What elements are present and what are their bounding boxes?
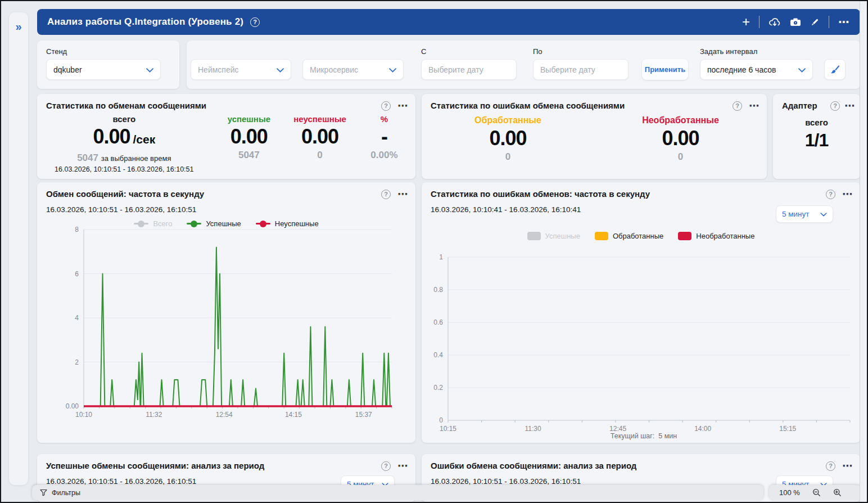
line-chart-error-rate[interactable]: 10.80.60.40.2010:1511:3012:4514:0015:15	[433, 245, 855, 437]
legend-item[interactable]: Необработанные	[678, 232, 754, 240]
more-options-icon[interactable]: ⋯	[844, 101, 855, 111]
stat-total: всего 0.00/сек 5047 за выбранное время 1…	[37, 114, 211, 173]
card-title: Успешные обмены сообщениями: анализ за п…	[46, 461, 264, 470]
zoom-level: 100 %	[779, 488, 800, 497]
dashboard-help-icon[interactable]: ?	[250, 17, 260, 27]
microservice-select[interactable]: Микросервис	[302, 59, 404, 80]
legend-item[interactable]: Обработанные	[595, 232, 663, 240]
chart-period: 16.03.2026, 10:10:41 - 16.03.2026, 16:10…	[431, 205, 581, 214]
line-chart-exchange-rate[interactable]: 86420.0010:1011:3212:5414:1515:37	[48, 226, 403, 429]
stat-subvalue: 5047 за выбранное время	[37, 152, 211, 164]
help-icon[interactable]: ?	[381, 190, 391, 199]
interval-value: последние 6 часов	[707, 65, 776, 74]
step-select[interactable]: 5 минут	[776, 205, 833, 223]
stat-success: успешные 0.00 5047	[211, 114, 287, 173]
more-options-icon[interactable]: ⋯	[397, 101, 408, 111]
vertical-scrollbar[interactable]	[860, 1, 867, 502]
microservice-placeholder: Микросервис	[310, 65, 358, 74]
svg-text:15:15: 15:15	[779, 425, 796, 433]
card-title: Ошибки обмена сообщениями: анализ за пер…	[431, 461, 636, 470]
more-options-icon[interactable]: ⋯	[842, 461, 852, 471]
more-options-icon[interactable]: ⋯	[397, 461, 408, 471]
dashboard-header: Анализ работы Q.Integration (Уровень 2) …	[37, 9, 860, 35]
svg-text:10:15: 10:15	[440, 425, 456, 433]
more-options-icon[interactable]: ⋯	[397, 189, 408, 199]
more-options-icon[interactable]: ⋯	[749, 101, 759, 111]
zoom-in-icon[interactable]	[833, 488, 842, 497]
stat-header: успешные	[211, 114, 287, 124]
chart-legend: Успешные Обработанные Необработанные	[422, 232, 860, 240]
funnel-icon	[40, 489, 47, 496]
chevron-down-icon	[798, 65, 806, 74]
help-icon[interactable]: ?	[733, 101, 742, 111]
namespace-placeholder: Неймспейс	[198, 65, 239, 74]
legend-square-marker	[527, 232, 541, 240]
date-to-input[interactable]: Выберите дату	[533, 59, 629, 80]
zoom-out-icon[interactable]	[812, 488, 821, 497]
legend-item[interactable]: Успешные	[527, 232, 580, 240]
interval-select[interactable]: последние 6 часов	[700, 59, 813, 80]
svg-text:8: 8	[75, 226, 79, 233]
svg-text:14:00: 14:00	[694, 425, 711, 433]
help-icon[interactable]: ?	[381, 101, 391, 111]
svg-text:1: 1	[439, 253, 443, 261]
stat-header: Обработанные	[422, 115, 594, 125]
date-from-placeholder: Выберите дату	[428, 65, 483, 74]
date-from-input[interactable]: Выберите дату	[421, 59, 517, 80]
stat-value: 0.00	[211, 125, 287, 149]
help-icon[interactable]: ?	[826, 461, 835, 471]
filters-bar[interactable]: Фильтры	[32, 485, 763, 500]
help-icon[interactable]: ?	[381, 461, 391, 471]
interval-label: Задать интервал	[700, 47, 757, 56]
chevron-down-icon	[389, 65, 396, 74]
stand-value: dqkuber	[53, 65, 82, 74]
apply-button[interactable]: Применить	[642, 59, 688, 80]
namespace-select[interactable]: Неймспейс	[191, 59, 291, 80]
stand-label: Стенд	[46, 47, 67, 56]
legend-label: Обработанные	[613, 232, 663, 240]
brush-icon	[830, 65, 840, 75]
stat-subvalue: 0.00%	[353, 150, 415, 161]
svg-text:12:54: 12:54	[216, 411, 233, 419]
card-stats-errors: Статистика по ошибкам обмена сообщениями…	[422, 94, 767, 179]
clear-filters-button[interactable]	[824, 59, 846, 80]
svg-text:0.8: 0.8	[433, 286, 443, 294]
stat-processed: Обработанные 0.00 0	[422, 115, 594, 163]
svg-text:6: 6	[75, 270, 79, 278]
chevron-down-icon	[146, 65, 153, 74]
collapsed-sidebar: »	[9, 12, 28, 485]
stat-failed: неуспешные 0.00 0	[287, 114, 353, 173]
legend-square-marker	[678, 232, 691, 240]
stat-header: неуспешные	[287, 114, 353, 124]
stat-subvalue: 0	[287, 150, 353, 161]
camera-icon[interactable]	[790, 17, 801, 26]
stat-value: 1/1	[773, 128, 860, 152]
pencil-icon[interactable]	[810, 17, 820, 27]
svg-text:0.2: 0.2	[433, 384, 443, 392]
svg-text:11:32: 11:32	[146, 411, 162, 419]
chart-period: 16.03.2026, 10:10:51 - 16.03.2026, 16:10…	[431, 477, 581, 486]
svg-text:0: 0	[439, 416, 443, 424]
legend-line-marker	[256, 223, 270, 224]
stat-value: 0.00	[422, 127, 594, 150]
svg-text:2: 2	[75, 358, 79, 366]
chevron-down-icon	[820, 210, 827, 218]
more-options-icon[interactable]: ⋯	[842, 189, 852, 199]
expand-sidebar-icon[interactable]: »	[9, 20, 28, 33]
help-icon[interactable]: ?	[826, 190, 835, 199]
legend-label: Успешные	[545, 232, 580, 240]
header-actions: + ⋯	[742, 15, 850, 29]
date-to-placeholder: Выберите дату	[540, 65, 595, 74]
legend-line-marker	[187, 223, 201, 224]
header-more-options-icon[interactable]: ⋯	[838, 16, 850, 28]
chart-step-footer: Текущий шаг: 5 мин	[433, 432, 855, 440]
step-value: 5 минут	[782, 210, 809, 218]
cloud-download-icon[interactable]	[768, 17, 781, 27]
stat-value: 0.00	[287, 125, 353, 149]
stat-subvalue: 0	[422, 151, 594, 163]
stand-select[interactable]: dqkuber	[46, 59, 161, 80]
add-panel-icon[interactable]: +	[742, 15, 750, 29]
help-icon[interactable]: ?	[830, 101, 840, 111]
chart-title: Обмен сообщений: частота в секунду	[46, 189, 204, 199]
stat-header: всего	[37, 114, 211, 124]
